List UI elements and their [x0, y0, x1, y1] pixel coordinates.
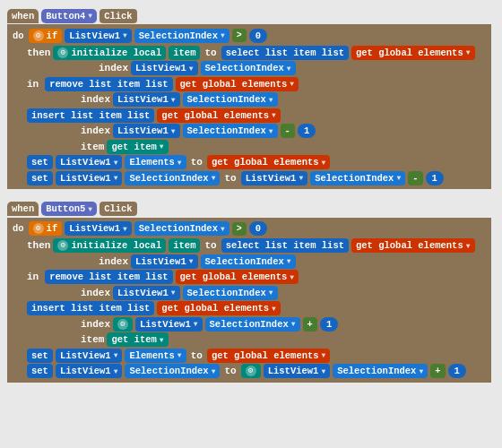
remove-list-block-2[interactable]: remove list item list — [45, 270, 172, 284]
lv2-block[interactable]: ListView1 ▼ — [113, 92, 180, 107]
get-global-g2-1[interactable]: get global elements ▼ — [351, 238, 475, 253]
lv7-block[interactable]: ListView1 ▼ — [241, 171, 308, 185]
item-row-1: item get item ▼ — [81, 140, 475, 154]
lv1-cond2-block[interactable]: ListView1 ▼ — [65, 221, 132, 236]
op-gt-2[interactable]: > — [232, 222, 247, 236]
get-global-remove-2[interactable]: get global elements ▼ — [176, 270, 299, 284]
plus-op-1[interactable]: + — [303, 317, 317, 332]
selindex5-block[interactable]: SelectionIndex ▼ — [125, 171, 220, 185]
index-row-2: index ListView1 ▼ SelectionIndex ▼ — [81, 92, 475, 107]
get-global-insert-label-2: get global elements — [161, 303, 269, 314]
op-gt-1[interactable]: > — [232, 29, 247, 42]
do-label-2: do — [13, 223, 24, 234]
get-global-insert-2[interactable]: get global elements ▼ — [157, 301, 281, 315]
selindex-cond2-name: SelectionIndex — [139, 223, 218, 234]
get-global-label-1: get global elements — [356, 47, 463, 58]
get-global-insert-1[interactable]: get global elements ▼ — [157, 108, 281, 123]
gear-set2-2[interactable]: ⚙ — [241, 364, 261, 378]
num-0-1[interactable]: 0 — [249, 29, 267, 43]
item-name-block-1[interactable]: item — [169, 46, 200, 60]
insert-list-block-1[interactable]: insert list item list — [27, 108, 154, 123]
set1-block-1[interactable]: set — [27, 155, 53, 169]
init-local-block-2[interactable]: ⚙ initialize local — [53, 238, 166, 253]
lv6-block[interactable]: ListView1 ▼ — [56, 171, 123, 185]
insert-list-block-2[interactable]: insert list item list — [27, 301, 154, 315]
to2-label-1: to — [191, 157, 203, 168]
selindex-3-block[interactable]: SelectionIndex ▼ — [183, 124, 278, 138]
lv-g2-3-block[interactable]: ListView1 ▼ — [135, 317, 203, 332]
button5-block[interactable]: Button5 ▼ — [41, 202, 97, 216]
to-label-1: to — [204, 47, 216, 58]
op-gt-label-1: > — [237, 30, 242, 40]
lv-g2-1-block[interactable]: ListView1 ▼ — [131, 254, 198, 269]
selindex-g2-3-block[interactable]: SelectionIndex ▼ — [205, 317, 300, 332]
get-global-set1-label-2: get global elements — [212, 350, 319, 361]
click-block-2[interactable]: Click — [100, 202, 137, 216]
remove-list-block-1[interactable]: remove list item list — [45, 77, 172, 91]
lv5-block[interactable]: ListView1 ▼ — [56, 155, 123, 169]
num-1-2[interactable]: 1 — [426, 171, 444, 185]
lv1-index-block[interactable]: ListView1 ▼ — [131, 61, 198, 75]
lv7-g2-block[interactable]: ListView1 ▼ — [264, 364, 331, 378]
lv3-block[interactable]: ListView1 ▼ — [113, 124, 180, 138]
when-block-2[interactable]: when — [7, 202, 39, 216]
when-block-1[interactable]: when — [7, 9, 39, 23]
num-0-2[interactable]: 0 — [249, 221, 267, 236]
workspace: when Button4 ▼ Click do ⚙ if ListVie — [0, 0, 502, 402]
minus-op-1[interactable]: - — [281, 124, 295, 138]
index-row-g2-1: index ListView1 ▼ SelectionIndex ▼ — [99, 254, 475, 269]
get-global-remove-1[interactable]: get global elements ▼ — [176, 77, 299, 91]
selindex5-g2-block[interactable]: SelectionIndex ▼ — [125, 364, 220, 378]
get-item-block-2[interactable]: get item ▼ — [107, 332, 168, 347]
insert-list-label-2: insert list item list — [31, 303, 150, 314]
select-list-block-1[interactable]: select list item list — [221, 46, 349, 60]
gear-icon-set2-2: ⚙ — [246, 366, 256, 376]
num-1-4[interactable]: 1 — [448, 364, 466, 378]
lv5-g2-block[interactable]: ListView1 ▼ — [56, 349, 123, 363]
selindex6-block[interactable]: SelectionIndex ▼ — [310, 171, 405, 185]
elements-block-1[interactable]: Elements ▼ — [125, 155, 186, 169]
button4-block[interactable]: Button4 ▼ — [41, 9, 97, 23]
lv6-g2-block[interactable]: ListView1 ▼ — [56, 364, 123, 378]
get-global-1[interactable]: get global elements ▼ — [351, 46, 475, 60]
get-global-set1-1[interactable]: get global elements ▼ — [207, 155, 331, 169]
set1-row-1: set ListView1 ▼ Elements ▼ to get global… — [27, 155, 475, 169]
set2-block-1[interactable]: set — [27, 171, 53, 185]
num-1-1[interactable]: 1 — [298, 124, 316, 138]
gear-index-2[interactable]: ⚙ — [113, 317, 133, 332]
to2-label-2: to — [191, 350, 203, 361]
set1-block-2[interactable]: set — [27, 349, 53, 363]
lv1-name: ListView1 — [69, 30, 120, 41]
num-1-3[interactable]: 1 — [320, 317, 338, 332]
selindex6-g2-block[interactable]: SelectionIndex ▼ — [333, 364, 428, 378]
init-local-label-2: initialize local — [71, 240, 161, 251]
in-row-2: in remove list item list get global elem… — [27, 270, 475, 284]
lv7-name: ListView1 — [246, 173, 297, 184]
plus-op-2[interactable]: + — [430, 364, 445, 378]
set2-block-2[interactable]: set — [27, 364, 53, 378]
then-label-1: then — [27, 47, 50, 58]
in-row-1: in remove list item list get global elem… — [27, 77, 475, 91]
minus-op-2[interactable]: - — [408, 171, 422, 185]
selindex-2-block[interactable]: SelectionIndex ▼ — [183, 92, 278, 107]
item-row-2: item get item ▼ — [81, 332, 475, 347]
elements-g2-block[interactable]: Elements ▼ — [125, 349, 186, 363]
selindex-g2-1-block[interactable]: SelectionIndex ▼ — [201, 254, 296, 269]
lv-g2-2-block[interactable]: ListView1 ▼ — [113, 286, 180, 300]
insert-row-1: insert list item list get global element… — [27, 108, 475, 123]
lv3-name: ListView1 — [117, 125, 169, 136]
init-local-block-1[interactable]: ⚙ initialize local — [53, 46, 166, 60]
if-block-1[interactable]: ⚙ if — [29, 29, 63, 43]
selindex-cond-block[interactable]: SelectionIndex ▼ — [134, 29, 229, 43]
set2-row-1: set ListView1 ▼ SelectionIndex ▼ to List… — [27, 171, 475, 185]
if-block-2[interactable]: ⚙ if — [29, 221, 63, 236]
selindex-g2-2-block[interactable]: SelectionIndex ▼ — [183, 286, 278, 300]
selindex-index-block-1[interactable]: SelectionIndex ▼ — [201, 61, 296, 75]
get-item-block-1[interactable]: get item ▼ — [107, 140, 168, 154]
select-list-block-2[interactable]: select list item list — [221, 238, 349, 253]
item-name-block-2[interactable]: item — [169, 238, 200, 253]
click-block-1[interactable]: Click — [100, 9, 137, 23]
listview1-cond-block[interactable]: ListView1 ▼ — [65, 29, 132, 43]
selindex-cond2-block[interactable]: SelectionIndex ▼ — [134, 221, 229, 236]
get-global-set1-2[interactable]: get global elements ▼ — [207, 349, 331, 363]
